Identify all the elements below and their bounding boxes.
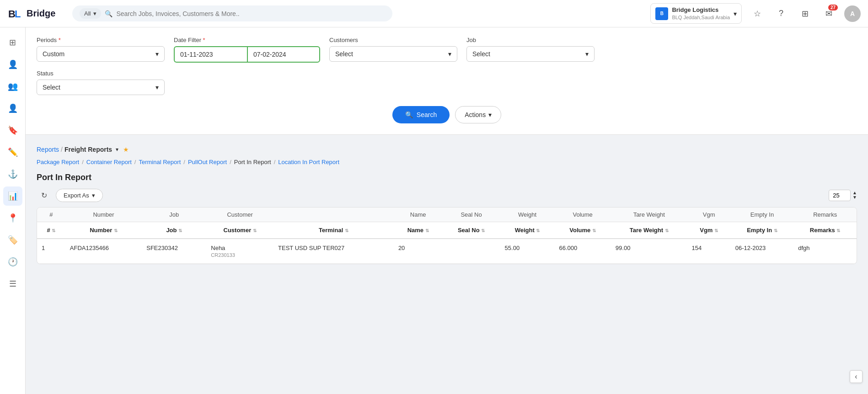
user-avatar[interactable]: A	[844, 5, 861, 22]
actions-button[interactable]: Actions ▾	[455, 106, 501, 123]
job-dropdown[interactable]: Select ▾	[466, 46, 595, 62]
cell-weight: 55.00	[500, 239, 555, 264]
sidebar-item-dashboard[interactable]: ⊞	[3, 33, 22, 52]
apps-button[interactable]: ⊞	[797, 5, 813, 22]
filter-row-1: Periods * Custom ▾ Date Filter *	[37, 37, 857, 63]
customers-dropdown[interactable]: Select ▾	[329, 46, 457, 62]
filter-actions: 🔍 Search Actions ▾	[37, 102, 857, 123]
subnav-port-in-report: Port In Report	[234, 159, 271, 165]
status-filter-group: Status Select ▾	[37, 70, 165, 95]
sidebar-item-anchor[interactable]: ⚓	[3, 165, 22, 184]
sort-customer[interactable]: Customer ⇅	[206, 222, 273, 239]
sort-remarks[interactable]: Remarks ⇅	[793, 222, 857, 239]
status-dropdown[interactable]: Select ▾	[37, 80, 165, 95]
cell-seal-no	[442, 239, 500, 264]
chevron-down-icon: ▾	[448, 50, 451, 58]
breadcrumb-current: Freight Reports	[64, 146, 112, 153]
cell-volume: 66.000	[554, 239, 611, 264]
sidebar-item-location[interactable]: 📍	[3, 208, 22, 228]
subnav-container-report[interactable]: Container Report	[86, 159, 132, 165]
sidebar-item-menu[interactable]: ☰	[3, 274, 22, 293]
sort-job[interactable]: Job ⇅	[142, 222, 206, 239]
company-selector[interactable]: B Bridge Logistics BLQ Jeddah,Saudi Arab…	[650, 3, 742, 24]
search-type-label: All	[84, 10, 91, 17]
date-start-input[interactable]	[174, 46, 247, 63]
star-icon[interactable]: ★	[123, 146, 129, 153]
person-icon: 👤	[8, 59, 18, 69]
chevron-left-icon: ‹	[855, 373, 857, 381]
sort-terminal[interactable]: Terminal ⇅	[273, 222, 394, 239]
subnav-pullout-report[interactable]: PullOut Report	[188, 159, 227, 165]
subnav-location-in-port-report[interactable]: Location In Port Report	[278, 159, 339, 165]
sort-empty-in[interactable]: Empty In ⇅	[731, 222, 794, 239]
date-end-input[interactable]	[247, 46, 320, 63]
sidebar-item-edit[interactable]: ✏️	[3, 143, 22, 162]
company-sub: BLQ Jeddah,Saudi Arabia	[672, 14, 730, 21]
company-logo-icon: B	[655, 7, 668, 20]
main-layout: ⊞ 👤 👥 👤 🔖 ✏️ ⚓ 📊 📍 🏷️ 🕐	[0, 27, 868, 394]
top-navigation: B L Bridge All ▾ 🔍 B Bridge Logistics BL…	[0, 0, 868, 27]
chart-icon: 📊	[8, 191, 18, 201]
periods-dropdown[interactable]: Custom ▾	[37, 46, 165, 62]
sort-vgm[interactable]: Vgm ⇅	[687, 222, 731, 239]
sidebar-item-tags[interactable]: 🏷️	[3, 230, 22, 250]
sidebar-item-bookmarks[interactable]: 🔖	[3, 121, 22, 140]
customers-label: Customers	[329, 37, 457, 43]
nav-right-area: B Bridge Logistics BLQ Jeddah,Saudi Arab…	[650, 3, 861, 24]
avatar-letter: A	[850, 10, 855, 17]
collapse-button[interactable]: ‹	[850, 370, 863, 383]
logo-text: Bridge	[27, 8, 55, 19]
subnav-package-report[interactable]: Package Report	[37, 159, 79, 165]
table-header-row: # Number Job Customer Name Seal No Weigh…	[37, 208, 857, 222]
col-header-weight: Weight	[500, 208, 555, 222]
page-size-arrows[interactable]: ▲ ▼	[852, 191, 857, 200]
sidebar: ⊞ 👤 👥 👤 🔖 ✏️ ⚓ 📊 📍 🏷️ 🕐	[0, 27, 26, 394]
sort-num[interactable]: # ⇅	[37, 222, 65, 239]
date-filter-group: Date Filter *	[174, 37, 320, 63]
periods-value: Custom	[43, 50, 64, 58]
search-button[interactable]: 🔍 Search	[392, 106, 450, 123]
subnav-terminal-report[interactable]: Terminal Report	[139, 159, 181, 165]
notifications-button[interactable]: ✉ 27	[820, 5, 837, 22]
dashboard-icon: ⊞	[9, 37, 16, 48]
chevron-down-icon: ▾	[585, 50, 589, 58]
page-size-input[interactable]	[829, 190, 851, 201]
refresh-button[interactable]: ↻	[37, 188, 51, 202]
add-user-icon: 👤	[8, 103, 18, 113]
logo[interactable]: B L Bridge	[7, 5, 67, 22]
clock-icon: 🕐	[8, 257, 18, 267]
status-value: Select	[43, 84, 60, 91]
status-label: Status	[37, 70, 165, 77]
search-input[interactable]	[116, 10, 385, 17]
job-value: Select	[472, 50, 490, 58]
table-toolbar: ↻ Export As ▾ ▲ ▼	[37, 188, 857, 202]
customers-value: Select	[335, 50, 353, 58]
breadcrumb-reports-link[interactable]: Reports	[37, 146, 59, 153]
sort-name[interactable]: Name ⇅	[394, 222, 443, 239]
search-icon: 🔍	[105, 10, 113, 17]
sort-seal-no[interactable]: Seal No ⇅	[442, 222, 500, 239]
sidebar-item-users[interactable]: 👤	[3, 55, 22, 74]
sort-weight[interactable]: Weight ⇅	[500, 222, 555, 239]
data-table-wrapper: # Number Job Customer Name Seal No Weigh…	[37, 207, 857, 264]
tag-icon: 🏷️	[8, 235, 18, 245]
team-icon: 👥	[8, 81, 18, 91]
sidebar-item-reports[interactable]: 📊	[3, 186, 22, 206]
cell-num: 1	[37, 239, 65, 264]
sidebar-item-add-user[interactable]: 👤	[3, 99, 22, 118]
sort-number[interactable]: Number ⇅	[65, 222, 142, 239]
sidebar-item-team[interactable]: 👥	[3, 77, 22, 96]
favorites-button[interactable]: ☆	[749, 5, 766, 22]
export-button[interactable]: Export As ▾	[56, 189, 103, 202]
col-header-seal-no: Seal No	[442, 208, 500, 222]
col-header-num: #	[37, 208, 65, 222]
sort-volume[interactable]: Volume ⇅	[554, 222, 611, 239]
date-required: *	[203, 37, 205, 43]
search-icon: 🔍	[405, 111, 413, 118]
sidebar-item-history[interactable]: 🕐	[3, 252, 22, 272]
sort-tare-weight[interactable]: Tare Weight ⇅	[611, 222, 687, 239]
bridge-logo-icon: B L	[7, 5, 24, 22]
help-icon: ?	[779, 9, 783, 18]
help-button[interactable]: ?	[773, 5, 789, 22]
search-type-dropdown[interactable]: All ▾	[80, 8, 101, 19]
